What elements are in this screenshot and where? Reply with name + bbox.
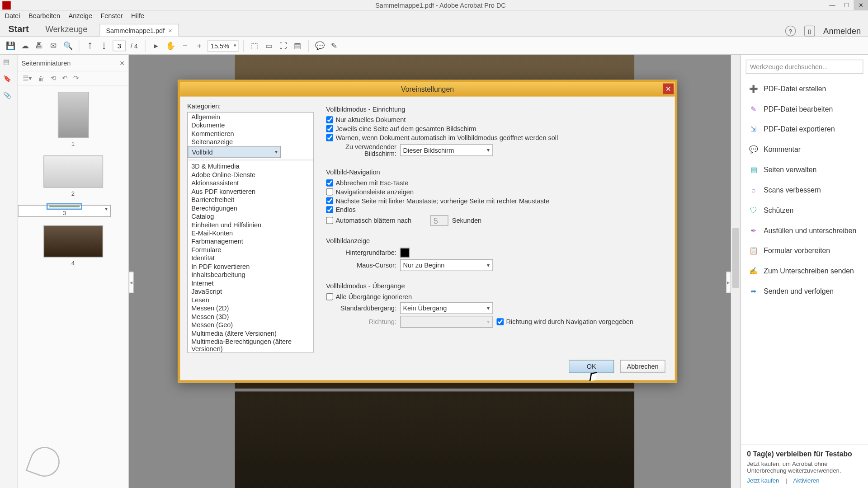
category-item[interactable]: In PDF konvertieren [188,262,313,270]
default-transition-label: Standardübergang: [326,305,396,312]
direction-label: Richtung: [326,318,396,325]
category-item[interactable]: Messen (3D) [188,312,313,320]
category-item[interactable]: Allgemein [188,113,313,121]
category-item[interactable]: Farbmanagement [188,237,313,245]
direction-by-nav-checkbox[interactable]: Richtung wird durch Navigation vorgegebe… [496,318,633,325]
warn-auto-fullscreen-checkbox[interactable]: Warnen, wenn Dokument automatisch im Vol… [326,134,558,141]
click-navigate-checkbox[interactable]: Nächste Seite mit linker Maustaste; vorh… [326,197,549,204]
categories-listbox[interactable]: AllgemeinDokumenteKommentierenSeitenanze… [187,112,314,353]
display-group-title: Vollbildanzeige [326,237,663,244]
category-item[interactable]: Vollbild [188,146,281,158]
category-item[interactable]: Internet [188,279,313,287]
category-item[interactable]: Messen (Geo) [188,320,313,328]
category-item[interactable]: Kommentieren [188,129,313,137]
bg-color-label: Hintergrundfarbe: [326,249,396,256]
category-item[interactable]: Berechtigungen [188,204,313,212]
categories-label: Kategorien: [187,103,314,110]
ok-button[interactable]: OK [569,360,614,373]
category-item[interactable]: Inhaltsbearbeitung [188,271,313,279]
show-navbar-checkbox[interactable]: Navigationsleiste anzeigen [326,188,414,196]
category-item[interactable]: Identität [188,254,313,262]
category-item[interactable]: Formulare [188,245,313,253]
loop-checkbox[interactable]: Endlos [326,206,355,213]
dialog-titlebar[interactable]: Voreinstellungen ✕ [180,82,675,97]
category-item[interactable]: Adobe Online-Dienste [188,170,313,178]
category-item[interactable]: E-Mail-Konten [188,229,313,237]
direction-select [400,316,493,328]
category-item[interactable]: Multimedia (ältere Versionen) [188,329,313,337]
auto-advance-seconds-input [430,215,448,226]
esc-cancel-checkbox[interactable]: Abbrechen mit Esc-Taste [326,179,408,187]
ignore-transitions-checkbox[interactable]: Alle Übergänge ignorieren [326,293,412,300]
dialog-close-button[interactable]: ✕ [663,84,674,94]
category-item[interactable]: Lesen [188,296,313,304]
cursor-select[interactable]: Nur zu Beginn [400,259,493,271]
seconds-label: Sekunden [452,217,481,224]
category-item[interactable]: 3D & Multimedia [188,162,313,170]
category-item[interactable]: Einheiten und Hilfslinien [188,221,313,229]
category-item[interactable]: Dokumente [188,121,313,129]
category-item[interactable]: JavaScript [188,287,313,296]
auto-advance-checkbox[interactable]: Automatisch blättern nach [326,217,411,224]
one-page-fullscreen-checkbox[interactable]: Jeweils eine Seite auf dem gesamten Bild… [326,125,476,132]
cursor-label: Maus-Cursor: [326,262,396,269]
preferences-dialog: Voreinstellungen ✕ Kategorien: Allgemein… [178,80,677,383]
category-item[interactable]: Messen (2D) [188,304,313,312]
only-current-document-checkbox[interactable]: Nur aktuelles Dokument [326,116,406,123]
dialog-title: Voreinstellungen [401,85,454,94]
nav-group-title: Vollbild-Navigation [326,169,663,176]
bg-color-swatch[interactable] [400,248,410,258]
category-item[interactable]: Multimedia-Berechtigungen (ältere Versio… [188,337,313,352]
default-transition-select[interactable]: Kein Übergang [400,302,493,314]
category-item[interactable]: Barrierefreiheit [188,196,313,204]
setup-group-title: Vollbildmodus - Einrichtung [326,105,663,113]
monitor-label: Zu verwendender Bildschirm: [326,143,396,157]
monitor-select[interactable]: Dieser Bildschirm [400,144,493,156]
category-item[interactable]: Aktionsassistent [188,179,313,187]
transitions-group-title: Vollbildmodus - Übergänge [326,282,663,290]
category-item[interactable]: Seitenanzeige [188,138,313,146]
cancel-button[interactable]: Abbrechen [620,360,665,373]
category-item[interactable]: Aus PDF konvertieren [188,187,313,195]
category-item[interactable]: Catalog [188,212,313,220]
